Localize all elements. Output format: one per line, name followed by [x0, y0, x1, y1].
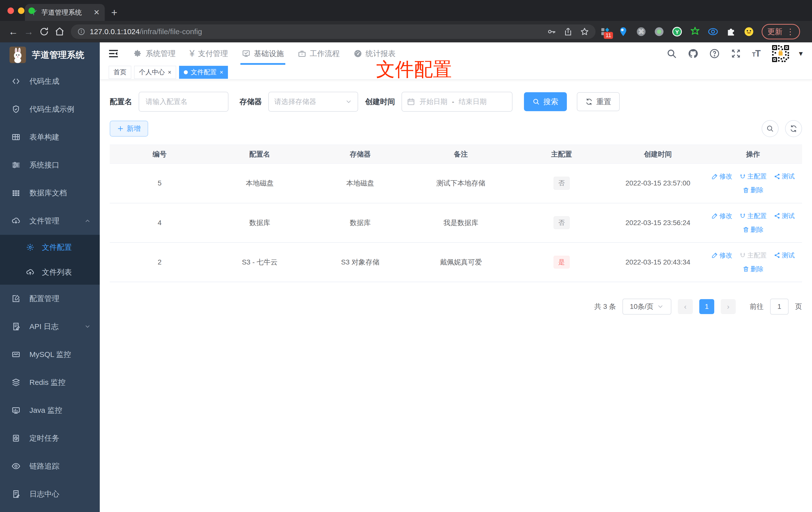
edit-link[interactable]: 修改 — [712, 251, 732, 260]
sidebar-item-redis-monitor[interactable]: Redis 监控 — [0, 368, 100, 396]
sidebar-item-log-center[interactable]: 日志中心 — [0, 480, 100, 508]
edit-link[interactable]: 修改 — [712, 212, 732, 220]
sidebar-item-form-builder[interactable]: 表单构建 — [0, 123, 100, 151]
date-separator: - — [452, 98, 454, 106]
share-icon[interactable] — [563, 27, 573, 36]
chevron-down-icon — [84, 323, 91, 330]
extension-emoji-icon[interactable] — [744, 26, 754, 37]
password-key-icon[interactable] — [547, 27, 556, 36]
browser-update-button[interactable]: 更新 ⋮ — [762, 24, 800, 39]
goto-page-input[interactable] — [770, 299, 788, 314]
extension-y-icon[interactable]: Y — [672, 26, 682, 37]
user-menu-caret-icon[interactable]: ▼ — [798, 50, 804, 58]
fullscreen-icon[interactable] — [731, 48, 741, 59]
sidebar-item-file-list[interactable]: 文件列表 — [0, 260, 100, 285]
page-content: 配置名 存储器 请选择存储器 创建时间 开始日期 - 结束日期 — [100, 80, 812, 512]
extension-command-icon[interactable]: ⌘ — [636, 26, 646, 37]
reset-button[interactable]: 重置 — [577, 92, 620, 111]
sidebar-item-system-api[interactable]: 系统接口 — [0, 151, 100, 179]
tab-file-config[interactable]: 文件配置 × — [179, 66, 228, 79]
share-nodes-icon — [774, 173, 780, 180]
refresh-table-button[interactable] — [785, 120, 802, 137]
monitor-icon — [11, 406, 21, 415]
next-page-button[interactable]: › — [721, 299, 736, 314]
address-bar[interactable]: 127.0.0.1:1024/infra/file/file-config — [71, 24, 596, 39]
extension-dot-icon[interactable] — [654, 26, 664, 37]
sidebar-item-file-manage[interactable]: 文件管理 — [0, 207, 100, 235]
add-button[interactable]: 新增 — [110, 121, 148, 137]
tab-close-icon[interactable]: × — [220, 69, 223, 76]
test-link[interactable]: 测试 — [774, 172, 795, 181]
search-icon[interactable] — [666, 48, 677, 59]
test-link[interactable]: 测试 — [774, 251, 795, 260]
pagination: 共 3 条 10条/页 ‹ 1 › 前往 页 — [110, 299, 802, 314]
nav-item-pay[interactable]: ¥ 支付管理 — [190, 42, 228, 65]
test-link[interactable]: 测试 — [774, 212, 795, 220]
url-path: /infra/file/file-config — [140, 27, 202, 36]
page-size-select[interactable]: 10条/页 — [622, 299, 671, 314]
tab-close-icon[interactable]: ✕ — [93, 9, 100, 16]
extension-puzzle-icon[interactable] — [726, 26, 736, 37]
bookmark-star-icon[interactable] — [580, 27, 589, 36]
help-icon[interactable] — [709, 48, 720, 59]
delete-link[interactable]: 删除 — [743, 225, 764, 234]
storage-select[interactable]: 请选择存储器 — [268, 92, 358, 112]
sidebar-item-java-monitor[interactable]: Java 监控 — [0, 396, 100, 424]
show-search-button[interactable] — [762, 120, 779, 137]
url-text: 127.0.0.1:1024/infra/file/file-config — [90, 27, 202, 36]
delete-link[interactable]: 删除 — [743, 265, 764, 273]
prev-page-button[interactable]: ‹ — [678, 299, 693, 314]
tab-profile[interactable]: 个人中心 × — [134, 66, 176, 79]
tab-close-icon[interactable]: × — [168, 69, 171, 76]
sidebar-item-code-gen[interactable]: 代码生成 — [0, 67, 100, 95]
new-tab-button[interactable]: + — [111, 7, 117, 18]
master-config-link[interactable]: 主配置 — [740, 212, 767, 220]
back-icon[interactable]: ← — [8, 26, 18, 37]
config-name-input[interactable] — [139, 92, 228, 112]
extension-star-icon[interactable] — [690, 26, 700, 37]
nav-item-label: 支付管理 — [198, 49, 228, 59]
cell-storage: 本地磁盘 — [310, 164, 410, 203]
eye-icon — [11, 462, 21, 471]
nav-item-infra[interactable]: 基础设施 — [242, 42, 284, 65]
master-config-link[interactable]: 主配置 — [740, 172, 767, 181]
maximize-window-button[interactable] — [28, 7, 35, 14]
sidebar-item-config-manage[interactable]: 配置管理 — [0, 285, 100, 312]
delete-link[interactable]: 删除 — [743, 186, 764, 194]
minimize-window-button[interactable] — [18, 7, 24, 14]
tab-label: 文件配置 — [191, 68, 217, 77]
nav-item-workflow[interactable]: 工作流程 — [298, 42, 340, 65]
browser-tab[interactable]: 芋道管理系统 ✕ — [25, 4, 105, 21]
site-info-icon[interactable] — [77, 28, 85, 36]
current-page-button[interactable]: 1 — [699, 299, 714, 314]
sidebar-item-tracing[interactable]: 链路追踪 — [0, 452, 100, 480]
extension-eye-icon[interactable] — [708, 26, 718, 37]
sidebar-item-mysql-monitor[interactable]: MySQL 监控 — [0, 340, 100, 368]
table-toolbar: 新增 — [110, 120, 802, 137]
calendar-icon — [407, 98, 415, 106]
sidebar-item-file-config[interactable]: 文件配置 — [0, 235, 100, 260]
sidebar-item-cron-job[interactable]: 定时任务 — [0, 424, 100, 452]
extension-grid-icon[interactable]: 11 — [600, 26, 610, 37]
nav-item-system[interactable]: 系统管理 — [134, 42, 176, 65]
sidebar-item-code-demo[interactable]: 代码生成示例 — [0, 95, 100, 123]
browser-chrome: 芋道管理系统 ✕ + ← → 127.0.0.1:1024/infra/file… — [0, 0, 812, 42]
user-avatar-qr[interactable] — [771, 44, 790, 63]
collapse-sidebar-icon[interactable] — [108, 48, 119, 59]
config-name-label: 配置名 — [110, 97, 132, 107]
reload-icon[interactable] — [39, 27, 49, 37]
close-window-button[interactable] — [7, 7, 14, 14]
tab-home[interactable]: 首页 — [109, 66, 131, 79]
search-button[interactable]: 搜索 — [524, 92, 567, 111]
forward-icon[interactable]: → — [24, 26, 33, 37]
date-range-picker[interactable]: 开始日期 - 结束日期 — [402, 92, 513, 112]
github-icon[interactable] — [688, 48, 698, 59]
font-size-icon[interactable]: TT — [752, 48, 760, 59]
browser-menu-icon[interactable]: ⋮ — [786, 27, 794, 36]
edit-link[interactable]: 修改 — [712, 172, 732, 181]
home-icon[interactable] — [55, 27, 65, 37]
chevron-down-icon — [657, 303, 664, 310]
sidebar-item-db-doc[interactable]: 数据库文档 — [0, 179, 100, 207]
sidebar-item-api-log[interactable]: API 日志 — [0, 312, 100, 340]
extension-pin-icon[interactable] — [618, 26, 629, 37]
